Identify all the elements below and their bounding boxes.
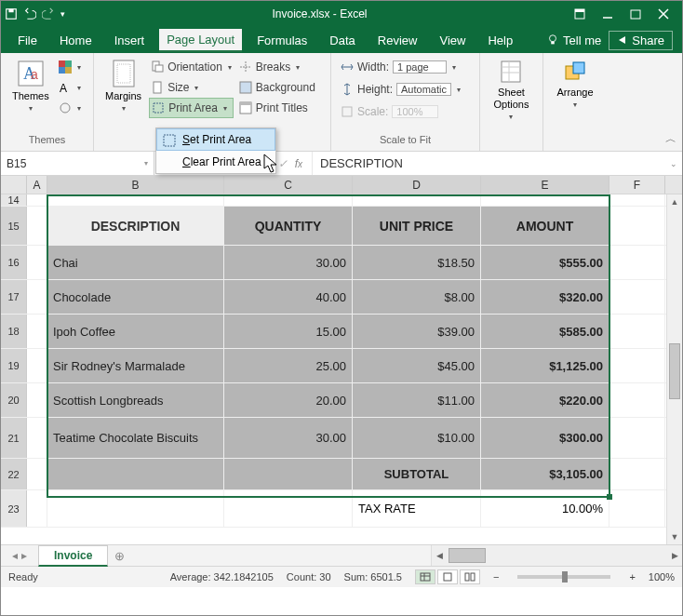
tab-page-layout[interactable]: Page Layout: [159, 29, 242, 52]
tab-home[interactable]: Home: [52, 30, 100, 51]
maximize-icon[interactable]: [630, 8, 641, 20]
tab-review[interactable]: Review: [370, 30, 425, 51]
sheet-tab-bar: ◂ ▸ Invoice ⊕ ◀ ▶: [1, 544, 682, 567]
group-arrange: Arrange▾: [543, 53, 607, 151]
tell-me[interactable]: Tell me: [546, 33, 601, 47]
ribbon-tabs: File Home Insert Page Layout Formulas Da…: [1, 27, 682, 53]
margins-icon: [111, 59, 137, 88]
zoom-slider[interactable]: [517, 575, 610, 579]
zoom-out[interactable]: −: [493, 571, 499, 583]
expand-formula-icon[interactable]: ⌄: [665, 152, 682, 175]
themes-button[interactable]: Aa Themes▾: [8, 57, 53, 134]
svg-rect-16: [65, 67, 72, 74]
zoom-level[interactable]: 100%: [649, 571, 675, 583]
svg-rect-22: [155, 65, 163, 72]
ribbon-display-icon[interactable]: [574, 8, 585, 20]
svg-rect-15: [59, 67, 65, 74]
status-sum: Sum: 6501.5: [344, 571, 402, 583]
horizontal-scrollbar[interactable]: ◀ ▶: [431, 545, 682, 566]
row-21: 21 Teatime Chocolate Biscuits 30.00 $10.…: [1, 418, 682, 459]
svg-rect-37: [164, 135, 175, 146]
view-normal[interactable]: [415, 569, 435, 584]
scale-icon: [341, 105, 354, 118]
tab-formulas[interactable]: Formulas: [249, 30, 315, 51]
set-print-area-item[interactable]: Set Print Area: [156, 128, 275, 151]
svg-rect-23: [154, 82, 161, 93]
size-button[interactable]: Size▾: [149, 77, 234, 98]
theme-colors-button[interactable]: ▾: [57, 57, 83, 77]
arrange-button[interactable]: Arrange▾: [553, 57, 596, 134]
close-icon[interactable]: [658, 8, 669, 20]
svg-point-8: [550, 35, 556, 42]
sheet-options-button[interactable]: Sheet Options▾: [490, 57, 533, 134]
scroll-thumb[interactable]: [669, 343, 680, 399]
select-all-corner[interactable]: [1, 176, 27, 194]
col-B[interactable]: B: [47, 176, 224, 194]
tab-data[interactable]: Data: [322, 30, 362, 51]
svg-rect-27: [240, 82, 251, 93]
print-titles-button[interactable]: Print Titles: [237, 98, 317, 118]
col-C[interactable]: C: [224, 176, 353, 194]
cell-desc-head[interactable]: DESCRIPTION: [47, 207, 224, 245]
status-ready: Ready: [8, 571, 38, 583]
background-icon: [239, 81, 252, 94]
margins-button[interactable]: Margins▾: [101, 57, 145, 134]
status-bar: Ready Average: 342.1842105 Count: 30 Sum…: [1, 567, 682, 587]
svg-text:A: A: [60, 82, 67, 94]
redo-icon[interactable]: [42, 7, 55, 20]
view-page-layout[interactable]: [437, 569, 458, 584]
view-page-break[interactable]: [460, 569, 480, 584]
fonts-icon: A: [59, 81, 72, 94]
background-button[interactable]: Background: [237, 77, 317, 98]
scale-height[interactable]: Height: Automatic▾: [339, 79, 462, 100]
formula-bar: B15▾ ✕ ✓ fx DESCRIPTION ⌄: [1, 152, 682, 176]
col-F[interactable]: F: [609, 176, 665, 194]
scale-width[interactable]: Width: 1 page▾: [339, 57, 462, 77]
row-14: 14: [1, 194, 682, 207]
theme-fonts-button[interactable]: A▾: [57, 77, 83, 98]
tab-view[interactable]: View: [432, 30, 473, 51]
zoom-in[interactable]: +: [629, 571, 635, 583]
tab-file[interactable]: File: [10, 30, 45, 51]
tab-help[interactable]: Help: [480, 30, 520, 51]
view-buttons: [415, 569, 480, 584]
row-20: 20 Scottish Longbreads 20.00 $11.00 $220…: [1, 383, 682, 418]
svg-rect-30: [342, 107, 352, 116]
breaks-button[interactable]: Breaks▾: [237, 57, 317, 77]
col-E[interactable]: E: [481, 176, 609, 194]
collapse-ribbon-icon[interactable]: ︿: [665, 131, 676, 147]
print-area-icon: [152, 101, 165, 114]
fx-icon[interactable]: fx: [295, 157, 302, 170]
colors-icon: [59, 60, 72, 74]
sheet-nav[interactable]: ◂ ▸: [1, 549, 38, 562]
window-title: Invoice.xlsx - Excel: [65, 7, 574, 20]
svg-rect-5: [631, 10, 640, 19]
share-button[interactable]: Share: [609, 31, 673, 50]
minimize-icon[interactable]: [602, 8, 613, 20]
row-18: 18 Ipoh Coffee 15.00 $39.00 $585.00: [1, 315, 682, 349]
tab-insert[interactable]: Insert: [107, 30, 153, 51]
group-themes: Aa Themes▾ ▾ A▾ ▾ Themes: [1, 53, 94, 151]
svg-rect-29: [240, 102, 251, 105]
print-area-button[interactable]: Print Area▾: [149, 98, 234, 118]
name-box[interactable]: B15▾: [1, 152, 154, 175]
formula-input[interactable]: DESCRIPTION: [313, 152, 665, 175]
quick-access-toolbar: ▾: [5, 7, 65, 20]
row-19: 19 Sir Rodney's Marmalade 25.00 $45.00 $…: [1, 349, 682, 383]
sheet-tab-invoice[interactable]: Invoice: [38, 545, 108, 567]
row-17: 17 Chocolade 40.00 $8.00 $320.00: [1, 280, 682, 315]
svg-point-18: [60, 103, 70, 113]
row-15: 15 DESCRIPTION QUANTITY UNIT PRICE AMOUN…: [1, 207, 682, 246]
vertical-scrollbar[interactable]: ▲ ▼: [666, 194, 682, 544]
new-sheet-button[interactable]: ⊕: [108, 549, 130, 563]
print-titles-icon: [239, 101, 252, 114]
clear-print-area-item[interactable]: Clear Print Area: [156, 151, 275, 173]
orientation-button[interactable]: Orientation▾: [149, 57, 234, 77]
set-print-area-icon: [163, 134, 176, 147]
theme-effects-button[interactable]: ▾: [57, 98, 83, 118]
col-D[interactable]: D: [353, 176, 481, 194]
save-icon[interactable]: [5, 7, 18, 20]
undo-icon[interactable]: [23, 7, 36, 20]
col-A[interactable]: A: [27, 176, 47, 194]
svg-rect-31: [502, 61, 520, 82]
